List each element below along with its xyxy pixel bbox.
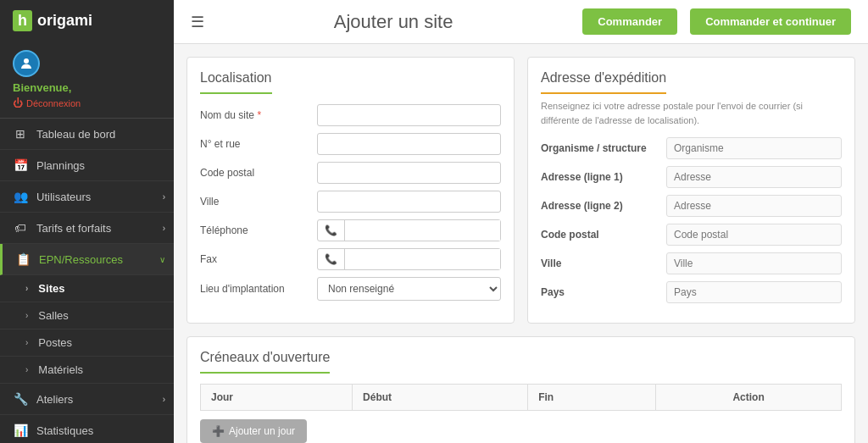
sidebar-item-ateliers[interactable]: 🔧 Ateliers › bbox=[0, 384, 174, 415]
sidebar-user: Bienvenue, ⏻ Déconnexion bbox=[0, 42, 174, 119]
ajouter-jour-label: Ajouter un jour bbox=[229, 425, 295, 437]
sidebar-item-postes[interactable]: › Postes bbox=[0, 329, 174, 357]
creneaux-title: Créneaux d'ouverture bbox=[200, 350, 330, 374]
cp-adresse-row: Code postal bbox=[541, 224, 842, 246]
fax-icon: 📞 bbox=[318, 249, 345, 269]
ville-adresse-input[interactable] bbox=[666, 252, 842, 274]
logout-label: Déconnexion bbox=[26, 98, 81, 108]
sidebar-nav: ⊞ Tableau de bord 📅 Plannings 👥 Utilisat… bbox=[0, 119, 174, 443]
chevron-right-icon: › bbox=[163, 192, 165, 202]
sidebar-item-materiels-label: Matériels bbox=[38, 363, 83, 376]
sidebar-item-salles[interactable]: › Salles bbox=[0, 302, 174, 329]
telephone-input[interactable] bbox=[345, 220, 500, 241]
chevron-down-icon: ∨ bbox=[159, 255, 165, 264]
ville-input[interactable] bbox=[317, 191, 501, 213]
cp-adresse-label: Code postal bbox=[541, 229, 659, 241]
commander-button[interactable]: Commander bbox=[582, 8, 677, 35]
sidebar-item-ateliers-label: Ateliers bbox=[36, 393, 73, 406]
adresse2-input[interactable] bbox=[666, 195, 842, 217]
nom-site-row: Nom du site * bbox=[200, 104, 501, 126]
creneaux-card: Créneaux d'ouverture Jour Début Fin Acti… bbox=[186, 336, 855, 443]
adresse-title: Adresse d'expédition bbox=[541, 70, 666, 94]
bullet-icon-2: › bbox=[25, 311, 28, 320]
organisme-input[interactable] bbox=[666, 137, 842, 159]
ville-adresse-row: Ville bbox=[541, 252, 842, 274]
required-star: * bbox=[257, 109, 261, 121]
bullet-icon-4: › bbox=[25, 365, 28, 374]
localisation-title: Localisation bbox=[200, 70, 272, 94]
creneaux-header-row: Jour Début Fin Action bbox=[201, 385, 842, 411]
sidebar-item-tarifs[interactable]: 🏷 Tarifs et forfaits › bbox=[0, 213, 174, 244]
ville-label: Ville bbox=[200, 196, 310, 208]
sidebar-item-sites[interactable]: › Sites bbox=[0, 275, 174, 302]
ajouter-jour-button[interactable]: ➕ Ajouter un jour bbox=[200, 419, 307, 443]
chevron-right-icon-3: › bbox=[163, 395, 165, 404]
bullet-icon: › bbox=[25, 284, 28, 293]
sidebar-item-sites-label: Sites bbox=[38, 282, 64, 295]
fax-field-container: 📞 bbox=[317, 248, 501, 270]
codepostal-input[interactable] bbox=[317, 162, 501, 184]
epn-icon: 📋 bbox=[15, 252, 31, 266]
adresse2-row: Adresse (ligne 2) bbox=[541, 195, 842, 217]
commander-continuer-button[interactable]: Commander et continuer bbox=[690, 8, 851, 35]
rue-row: N° et rue bbox=[200, 133, 501, 155]
sidebar-item-statistiques[interactable]: 📊 Statistiques bbox=[0, 415, 174, 443]
adresse2-label: Adresse (ligne 2) bbox=[541, 200, 659, 212]
col-debut: Début bbox=[353, 385, 528, 411]
sidebar-item-materiels[interactable]: › Matériels bbox=[0, 357, 174, 384]
pays-input[interactable] bbox=[666, 281, 842, 303]
users-icon: 👥 bbox=[13, 190, 28, 203]
dashboard-icon: ⊞ bbox=[13, 127, 28, 141]
svg-point-0 bbox=[24, 58, 29, 64]
rue-input[interactable] bbox=[317, 133, 501, 155]
adresse1-row: Adresse (ligne 1) bbox=[541, 166, 842, 188]
localisation-card: Localisation Nom du site * N° et rue Cod… bbox=[186, 57, 515, 324]
main-content: ☰ Ajouter un site Commander Commander et… bbox=[174, 0, 868, 443]
sidebar-item-utilisateurs-label: Utilisateurs bbox=[36, 191, 91, 203]
adresse-description: Renseignez ici votre adresse postale pou… bbox=[541, 99, 842, 127]
phone-icon: 📞 bbox=[318, 220, 345, 241]
nom-site-input[interactable] bbox=[317, 104, 501, 126]
codepostal-row: Code postal bbox=[200, 162, 501, 184]
fax-row: Fax 📞 bbox=[200, 248, 501, 270]
adresse-card: Adresse d'expédition Renseignez ici votr… bbox=[527, 57, 855, 324]
hamburger-icon[interactable]: ☰ bbox=[191, 13, 204, 31]
topbar: ☰ Ajouter un site Commander Commander et… bbox=[174, 0, 868, 44]
sidebar-welcome-text: Bienvenue, bbox=[13, 81, 161, 94]
fax-label: Fax bbox=[200, 253, 310, 265]
sidebar-item-epn-label: EPN/Ressources bbox=[39, 253, 123, 266]
sidebar-item-plannings-label: Plannings bbox=[36, 159, 85, 172]
sidebar-logo: h origami bbox=[0, 0, 174, 42]
sidebar-item-epn[interactable]: 📋 EPN/Ressources ∨ bbox=[0, 244, 174, 275]
rue-label: N° et rue bbox=[200, 138, 310, 150]
telephone-label: Téléphone bbox=[200, 224, 310, 236]
sidebar-item-statistiques-label: Statistiques bbox=[36, 424, 93, 437]
adresse1-label: Adresse (ligne 1) bbox=[541, 171, 659, 183]
adresse1-input[interactable] bbox=[666, 166, 842, 188]
sidebar-item-postes-label: Postes bbox=[38, 336, 72, 349]
col-fin: Fin bbox=[528, 385, 656, 411]
sidebar-item-tableau[interactable]: ⊞ Tableau de bord bbox=[0, 119, 174, 150]
user-avatar-circle bbox=[13, 50, 40, 77]
logo-text: origami bbox=[37, 12, 92, 30]
content-area: Localisation Nom du site * N° et rue Cod… bbox=[174, 44, 868, 443]
top-section: Localisation Nom du site * N° et rue Cod… bbox=[186, 57, 855, 324]
sidebar-item-utilisateurs[interactable]: 👥 Utilisateurs › bbox=[0, 181, 174, 213]
organisme-label: Organisme / structure bbox=[541, 142, 659, 154]
fax-input[interactable] bbox=[345, 249, 500, 269]
sidebar-item-tarifs-label: Tarifs et forfaits bbox=[36, 222, 111, 235]
page-title: Ajouter un site bbox=[217, 11, 570, 33]
logo-letter: h bbox=[13, 10, 32, 31]
stats-icon: 📊 bbox=[13, 424, 28, 437]
col-action: Action bbox=[656, 385, 842, 411]
pays-label: Pays bbox=[541, 286, 659, 298]
sidebar-logout-button[interactable]: ⏻ Déconnexion bbox=[13, 97, 161, 109]
lieu-select[interactable]: Non renseigné bbox=[317, 277, 501, 301]
tag-icon: 🏷 bbox=[13, 221, 28, 235]
ville-row: Ville bbox=[200, 191, 501, 213]
nom-site-label: Nom du site * bbox=[200, 109, 310, 121]
chevron-right-icon-2: › bbox=[163, 224, 165, 233]
codepostal-label: Code postal bbox=[200, 167, 310, 179]
sidebar-item-plannings[interactable]: 📅 Plannings bbox=[0, 150, 174, 181]
cp-adresse-input[interactable] bbox=[666, 224, 842, 246]
